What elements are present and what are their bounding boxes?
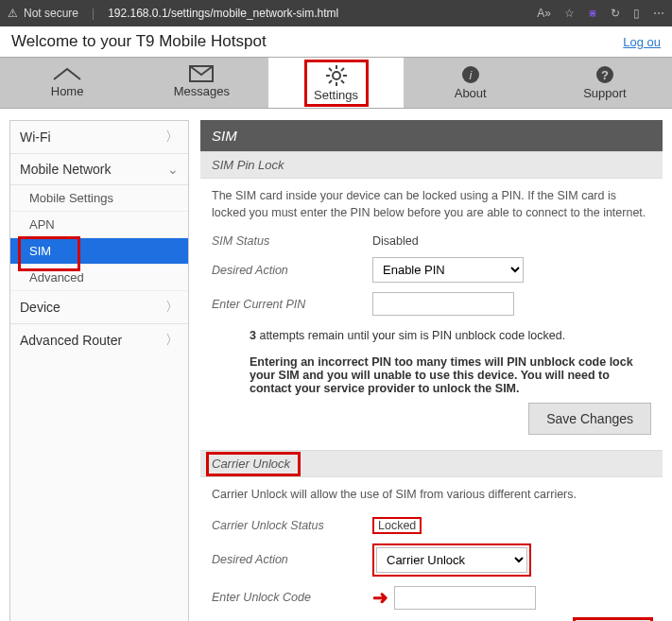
carrier-status-label: Carrier Unlock Status — [212, 519, 372, 532]
carrier-action-select[interactable]: Carrier Unlock — [376, 547, 527, 573]
unlock-code-label: Enter Unlock Code — [212, 591, 372, 604]
sidebar-item-label: Wi-Fi — [20, 129, 51, 145]
logout-link[interactable]: Log ou — [623, 35, 661, 49]
carrier-action-label: Desired Action — [212, 553, 372, 566]
sidebar-item-label: Advanced Router — [20, 333, 122, 348]
svg-line-7 — [341, 80, 344, 83]
tab-support-label: Support — [583, 86, 627, 100]
panel-title: SIM — [200, 120, 663, 151]
tab-settings[interactable]: Settings — [268, 58, 403, 108]
not-secure-label: Not secure — [24, 7, 78, 20]
url-text: 192.168.0.1/settings/mobile_network-sim.… — [108, 7, 338, 20]
carrier-unlock-description: Carrier Unlock will allow the use of SIM… — [212, 487, 651, 504]
chevron-right-icon: 〉 — [165, 332, 179, 349]
tab-home-label: Home — [51, 84, 84, 98]
panel-icon[interactable]: ▯ — [633, 7, 640, 20]
question-icon: ? — [595, 65, 614, 84]
arrow-icon: ➜ — [372, 586, 388, 609]
info-icon: i — [461, 65, 480, 84]
refresh-icon[interactable]: ↻ — [611, 7, 620, 20]
sidebar-item-device[interactable]: Device 〉 — [10, 291, 188, 324]
tab-support[interactable]: ? Support — [538, 58, 672, 108]
gear-icon — [326, 65, 347, 86]
desired-action-select[interactable]: Enable PIN — [372, 257, 524, 283]
carrier-status-value: Locked — [372, 517, 422, 534]
main-tabs: Home Messages Settings i About ? Support — [0, 57, 672, 109]
settings-sidebar: Wi-Fi 〉 Mobile Network ⌄ Mobile Settings… — [9, 120, 189, 621]
welcome-text: Welcome to your T9 Mobile Hotspot — [11, 32, 267, 51]
tab-about-label: About — [455, 86, 487, 100]
tab-home[interactable]: Home — [0, 58, 134, 108]
current-pin-input[interactable] — [372, 292, 514, 316]
save-changes-button[interactable]: Save Changes — [528, 403, 651, 435]
sidebar-item-advanced[interactable]: Advanced — [10, 265, 188, 291]
unlock-code-input[interactable] — [394, 586, 536, 610]
tab-messages-label: Messages — [174, 84, 230, 98]
sidebar-item-sim[interactable]: SIM — [10, 238, 188, 265]
sim-status-value: Disabled — [372, 234, 419, 248]
pin-lock-description: The SIM card inside your device can be l… — [212, 188, 651, 221]
tab-settings-label: Settings — [314, 88, 358, 102]
more-icon[interactable]: ⋯ — [653, 7, 664, 20]
sidebar-item-apn[interactable]: APN — [10, 212, 188, 238]
chevron-down-icon: ⌄ — [167, 162, 179, 177]
section-carrier-unlock: Carrier Unlock — [200, 450, 663, 477]
page-header: Welcome to your T9 Mobile Hotspot Log ou — [0, 26, 672, 57]
tab-about[interactable]: i About — [404, 58, 538, 108]
sidebar-item-wifi[interactable]: Wi-Fi 〉 — [10, 121, 188, 154]
text-size-icon[interactable]: A» — [537, 7, 551, 20]
chevron-right-icon: 〉 — [165, 299, 179, 316]
star-icon[interactable]: ☆ — [564, 7, 575, 20]
section-sim-pin-lock: SIM Pin Lock — [200, 151, 663, 179]
svg-line-6 — [329, 68, 332, 71]
extension-icon[interactable]: ⋇ — [588, 7, 597, 20]
svg-line-9 — [341, 68, 344, 71]
chevron-right-icon: 〉 — [165, 129, 179, 146]
svg-text:?: ? — [601, 68, 609, 82]
warning-icon: ⚠ — [8, 7, 18, 20]
sidebar-item-mobile-settings[interactable]: Mobile Settings — [10, 185, 188, 212]
browser-bar: ⚠ Not secure | 192.168.0.1/settings/mobi… — [0, 0, 672, 26]
sidebar-item-advanced-router[interactable]: Advanced Router 〉 — [10, 324, 188, 356]
sidebar-item-mobile-network[interactable]: Mobile Network ⌄ — [10, 154, 188, 185]
attempts-note: 3 attempts remain until your sim is PIN … — [250, 329, 651, 342]
enter-pin-label: Enter Current PIN — [212, 298, 372, 311]
tab-messages[interactable]: Messages — [134, 58, 268, 108]
sidebar-item-label: Device — [20, 300, 60, 315]
svg-line-8 — [329, 80, 332, 83]
main-panel: SIM SIM Pin Lock The SIM card inside you… — [200, 120, 663, 621]
sidebar-item-label: Mobile Network — [20, 162, 111, 177]
sim-status-label: SIM Status — [212, 234, 372, 248]
desired-action-label: Desired Action — [212, 264, 372, 277]
pin-warning: Entering an incorrect PIN too many times… — [250, 355, 651, 395]
svg-point-1 — [333, 72, 340, 79]
